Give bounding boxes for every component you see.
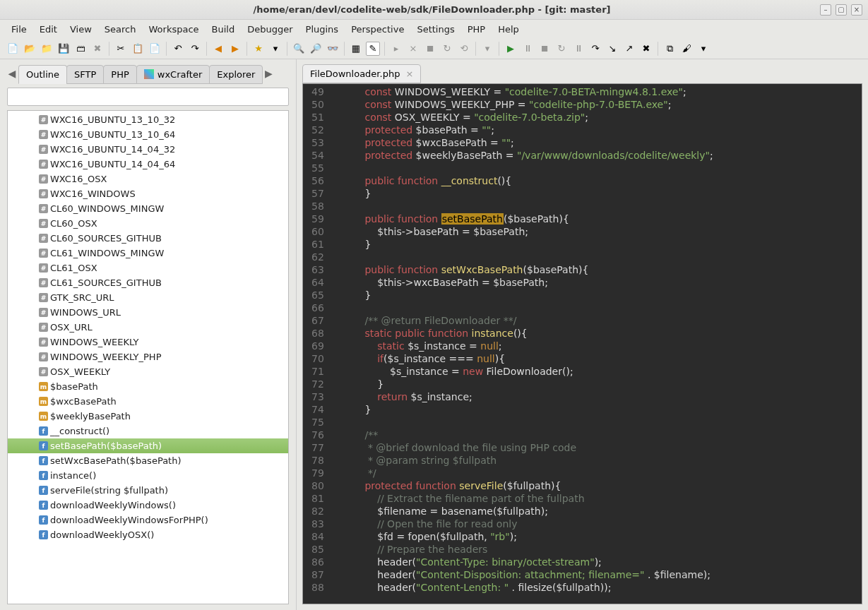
- code-line[interactable]: // Extract the filename part of the full…: [334, 492, 862, 505]
- toolbar-cut-icon[interactable]: ✂: [114, 42, 128, 56]
- menu-view[interactable]: View: [64, 23, 97, 36]
- toolbar-stepover-icon[interactable]: ↷: [588, 42, 602, 56]
- outline-item[interactable]: #WINDOWS_WEEKLY_PHP: [8, 349, 288, 364]
- toolbar-mark-icon[interactable]: ✎: [366, 42, 380, 56]
- close-button[interactable]: ×: [851, 4, 862, 16]
- toolbar-saveall-icon[interactable]: 🗃: [73, 42, 88, 56]
- menu-edit[interactable]: Edit: [34, 23, 63, 36]
- code-line[interactable]: }: [334, 378, 862, 390]
- sidetab-wxcrafter[interactable]: wxCrafter: [136, 65, 210, 84]
- outline-item[interactable]: fdownloadWeeklyWindowsForPHP(): [8, 513, 288, 527]
- toolbar-find-icon[interactable]: 🔍: [292, 42, 306, 56]
- tab-next-icon[interactable]: ▶: [262, 68, 275, 79]
- outline-item[interactable]: m$wxcBasePath: [8, 394, 288, 409]
- outline-item[interactable]: #GTK_SRC_URL: [8, 290, 288, 305]
- code-line[interactable]: public function setWxcBasePath($basePath…: [334, 263, 862, 276]
- code-line[interactable]: /**: [334, 429, 862, 441]
- code-line[interactable]: const WINDOWS_WEEKLY_PHP = "codelite-php…: [334, 98, 862, 111]
- outline-item[interactable]: fsetWxcBasePath($basePath): [8, 453, 288, 468]
- code-line[interactable]: const WINDOWS_WEEKLY = "codelite-7.0-BET…: [334, 85, 862, 98]
- toolbar-open-icon[interactable]: 📂: [23, 42, 37, 56]
- menu-file[interactable]: File: [6, 23, 32, 36]
- outline-item[interactable]: #CL61_WINDOWS_MINGW: [8, 246, 288, 261]
- toolbar-bookmark-icon[interactable]: ★: [251, 42, 266, 56]
- outline-item[interactable]: #CL60_SOURCES_GITHUB: [8, 231, 288, 246]
- outline-item[interactable]: fdownloadWeeklyOSX(): [8, 527, 288, 542]
- editor-tab[interactable]: FileDownloader.php ×: [302, 64, 421, 83]
- code-line[interactable]: // Open the file for read only: [334, 518, 862, 530]
- code-line[interactable]: $fd = fopen($fullpath, "rb");: [334, 530, 862, 543]
- toolbar-new-icon[interactable]: 📄: [6, 42, 20, 56]
- outline-item[interactable]: #CL61_OSX: [8, 261, 288, 275]
- menu-php[interactable]: PHP: [462, 23, 491, 36]
- code-line[interactable]: header("Content-Type: binary/octet-strea…: [334, 556, 862, 568]
- toolbar-forward-icon[interactable]: ▶: [228, 42, 242, 56]
- sidetab-php[interactable]: PHP: [103, 65, 136, 84]
- code-line[interactable]: [334, 162, 862, 174]
- code-line[interactable]: }: [334, 187, 862, 200]
- outline-item[interactable]: f__construct(): [8, 424, 288, 438]
- toolbar-brush-icon[interactable]: 🖌: [679, 42, 694, 56]
- code-line[interactable]: if($s_instance === null){: [334, 352, 862, 365]
- menu-settings[interactable]: Settings: [411, 23, 460, 36]
- code-line[interactable]: header("Content-Length: " . filesize($fu…: [334, 581, 862, 594]
- code-line[interactable]: * @param string $fullpath: [334, 454, 862, 467]
- code-line[interactable]: protected $basePath = "";: [334, 124, 862, 136]
- code-line[interactable]: */: [334, 467, 862, 479]
- outline-item[interactable]: #OSX_WEEKLY: [8, 364, 288, 379]
- outline-item[interactable]: #WINDOWS_URL: [8, 305, 288, 320]
- outline-item[interactable]: m$basePath: [8, 379, 288, 394]
- toolbar-redo-icon[interactable]: ↷: [188, 42, 202, 56]
- code-line[interactable]: $this->basePath = $basePath;: [334, 225, 862, 238]
- outline-item[interactable]: #OSX_URL: [8, 320, 288, 335]
- code-line[interactable]: }: [334, 403, 862, 416]
- toolbar-save-icon[interactable]: 💾: [57, 42, 71, 56]
- outline-item[interactable]: #CL61_SOURCES_GITHUB: [8, 275, 288, 290]
- code-line[interactable]: protected $weeklyBasePath = "/var/www/do…: [334, 149, 862, 162]
- outline-item[interactable]: fserveFile(string $fullpath): [8, 483, 288, 498]
- code-line[interactable]: static $s_instance = null;: [334, 340, 862, 352]
- code-line[interactable]: header("Content-Disposition: attachment;…: [334, 568, 862, 581]
- outline-item[interactable]: #WXC16_UBUNTU_13_10_32: [8, 112, 288, 127]
- code-area[interactable]: const WINDOWS_WEEKLY = "codelite-7.0-BET…: [334, 84, 862, 604]
- menu-plugins[interactable]: Plugins: [300, 23, 345, 36]
- code-line[interactable]: [334, 416, 862, 429]
- outline-item[interactable]: #CL60_WINDOWS_MINGW: [8, 201, 288, 216]
- code-line[interactable]: return $s_instance;: [334, 390, 862, 403]
- toolbar-stepout-icon[interactable]: ↗: [622, 42, 636, 56]
- outline-item[interactable]: #WXC16_OSX: [8, 172, 288, 186]
- code-line[interactable]: $filename = basename($fullpath);: [334, 505, 862, 518]
- outline-item[interactable]: #WINDOWS_WEEKLY: [8, 335, 288, 349]
- toolbar-paste-icon[interactable]: 📄: [148, 42, 162, 56]
- code-line[interactable]: public function setBasePath($basePath){: [334, 213, 862, 225]
- code-line[interactable]: [334, 251, 862, 263]
- outline-item[interactable]: #CL60_OSX: [8, 216, 288, 231]
- outline-item[interactable]: #WXC16_UBUNTU_13_10_64: [8, 127, 288, 142]
- code-line[interactable]: [334, 301, 862, 314]
- sidetab-outline[interactable]: Outline: [18, 65, 67, 84]
- editor-tab-close-icon[interactable]: ×: [405, 68, 413, 79]
- menu-search[interactable]: Search: [99, 23, 142, 36]
- code-line[interactable]: static public function instance(){: [334, 327, 862, 340]
- toolbar-brdown-icon[interactable]: ▾: [696, 42, 711, 56]
- toolbar-undo-icon[interactable]: ↶: [171, 42, 185, 56]
- outline-item[interactable]: finstance(): [8, 468, 288, 483]
- toolbar-hl-icon[interactable]: ▦: [349, 42, 363, 56]
- outline-item[interactable]: #WXC16_UBUNTU_14_04_64: [8, 157, 288, 172]
- sidetab-sftp[interactable]: SFTP: [66, 65, 104, 84]
- code-line[interactable]: public function __construct(){: [334, 174, 862, 187]
- menu-build[interactable]: Build: [206, 23, 241, 36]
- code-line[interactable]: protected function serveFile($fullpath){: [334, 479, 862, 492]
- code-line[interactable]: /** @return FileDownloader **/: [334, 314, 862, 327]
- outline-item[interactable]: fdownloadWeeklyWindows(): [8, 498, 288, 513]
- toolbar-reopen-icon[interactable]: 📁: [40, 42, 54, 56]
- outline-item[interactable]: fsetBasePath($basePath): [8, 438, 288, 453]
- code-line[interactable]: $this->wxcBasePath = $basePath;: [334, 276, 862, 289]
- toolbar-play-icon[interactable]: ▶: [504, 42, 518, 56]
- code-line[interactable]: * @brief download the file using PHP cod…: [334, 441, 862, 454]
- menu-debugger[interactable]: Debugger: [242, 23, 298, 36]
- code-line[interactable]: // Prepare the headers: [334, 543, 862, 556]
- menu-perspective[interactable]: Perspective: [345, 23, 410, 36]
- toolbar-bmdown-icon[interactable]: ▾: [268, 42, 283, 56]
- outline-tree[interactable]: #WXC16_UBUNTU_13_10_32#WXC16_UBUNTU_13_1…: [7, 110, 289, 604]
